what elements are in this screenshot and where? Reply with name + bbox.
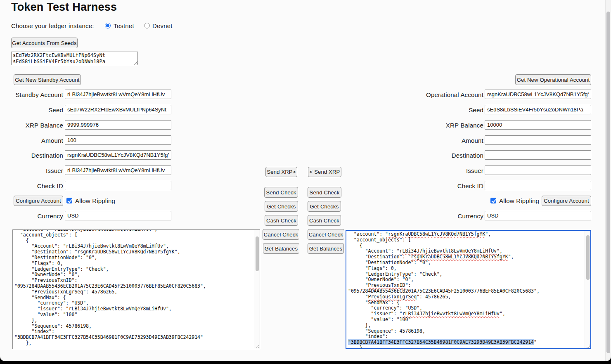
standby-output-scrollbar[interactable]	[254, 230, 260, 349]
operational-get-checks-button[interactable]: Get Checks	[308, 201, 341, 212]
standby-seed-input[interactable]	[65, 105, 171, 114]
configure-standby-account-button[interactable]: Configure Account	[14, 196, 63, 206]
configure-operational-account-button[interactable]: Configure Account	[542, 196, 591, 206]
operational-amount-label: Amount	[407, 135, 483, 145]
standby-account-label: Standby Account	[0, 90, 63, 99]
operational-currency-label: Currency	[407, 211, 483, 220]
standby-allow-rippling-label: Allow Rippling	[75, 197, 115, 204]
standby-destination-input[interactable]	[65, 150, 171, 160]
standby-check-id-label: Check ID	[0, 181, 63, 190]
operational-send-check-button[interactable]: Send Check	[308, 187, 341, 198]
operational-issuer-input[interactable]	[485, 165, 591, 175]
radio-testnet-label[interactable]: Testnet	[114, 22, 134, 29]
operational-check-id-label: Check ID	[407, 181, 483, 190]
standby-amount-label: Amount	[0, 135, 63, 145]
operational-get-balances-button[interactable]: Get Balances	[308, 243, 344, 254]
standby-currency-input[interactable]	[65, 211, 171, 220]
standby-seed-label: Seed	[0, 105, 63, 114]
standby-allow-rippling-checkbox[interactable]	[66, 198, 72, 203]
operational-cancel-check-button[interactable]: Cancel Check	[308, 229, 344, 240]
standby-currency-label: Currency	[0, 211, 63, 220]
operational-check-id-input[interactable]	[485, 181, 591, 190]
operational-seed-label: Seed	[407, 105, 483, 114]
operational-allow-rippling-label: Allow Rippling	[499, 197, 539, 204]
standby-send-check-button[interactable]: Send Check	[264, 187, 298, 198]
operational-currency-input[interactable]	[485, 211, 591, 220]
operational-send-xrp-button[interactable]: < Send XRP	[308, 167, 341, 177]
operational-output-scrollbar[interactable]	[585, 231, 590, 348]
standby-xrp-balance-input[interactable]	[65, 120, 171, 130]
operational-results-output[interactable]: "account": "rsgnKraUDBC58wL1YcJV8KQd7NB1…	[346, 230, 591, 349]
operational-account-input[interactable]	[485, 90, 591, 99]
operational-amount-input[interactable]	[485, 135, 591, 145]
operational-allow-rippling-checkbox[interactable]	[490, 198, 496, 203]
page: Token Test Harness Choose your ledger in…	[0, 0, 611, 361]
ledger-instance-label: Choose your ledger instance:	[11, 22, 94, 29]
scrollbar-thumb[interactable]	[586, 235, 590, 280]
standby-get-checks-button[interactable]: Get Checks	[265, 201, 298, 212]
standby-issuer-input[interactable]	[65, 165, 171, 175]
operational-results-text: "account": "rsgnKraUDBC58wL1YcJV8KQd7NB1…	[348, 232, 583, 348]
operational-issuer-label: Issuer	[407, 165, 483, 175]
standby-destination-label: Destination	[0, 150, 63, 160]
standby-results-output[interactable]: "account": "rLBi34J7hjieBwvtkt8LwVmQeY8m…	[12, 229, 260, 349]
scrollbar-thumb[interactable]	[606, 12, 610, 353]
browser-scrollbar[interactable]	[605, 0, 611, 361]
standby-xrp-balance-label: XRP Balance	[0, 120, 63, 130]
standby-check-id-input[interactable]	[65, 181, 171, 190]
standby-amount-input[interactable]	[65, 135, 171, 145]
standby-results-text: "account": "rLBi34J7hjieBwvtkt8LwVmQeY8m…	[14, 229, 253, 349]
operational-xrp-balance-label: XRP Balance	[407, 120, 483, 130]
get-new-operational-account-button[interactable]: Get New Operational Account	[515, 74, 591, 85]
operational-seed-input[interactable]	[485, 105, 591, 114]
standby-send-xrp-button[interactable]: Send XRP>	[265, 167, 297, 177]
seeds-textarea-wrapper: sEd7Wz2RX2FtcEwXBvMULfPNp64SyNt sEdS8iLb…	[11, 52, 138, 65]
standby-get-balances-button[interactable]: Get Balances	[263, 243, 299, 254]
operational-xrp-balance-input[interactable]	[485, 120, 591, 130]
operational-account-label: Operational Account	[407, 90, 483, 99]
operational-destination-input[interactable]	[485, 150, 591, 160]
radio-testnet[interactable]	[105, 23, 111, 28]
page-title: Token Test Harness	[11, 1, 117, 14]
operational-destination-label: Destination	[407, 150, 483, 160]
standby-cash-check-button[interactable]: Cash Check	[265, 215, 298, 226]
standby-issuer-label: Issuer	[0, 165, 63, 175]
radio-devnet-label[interactable]: Devnet	[152, 22, 173, 29]
operational-cash-check-button[interactable]: Cash Check	[308, 215, 341, 226]
standby-account-input[interactable]	[65, 90, 171, 99]
scrollbar-thumb[interactable]	[256, 236, 259, 271]
get-accounts-from-seeds-button[interactable]: Get Accounts From Seeds	[11, 38, 78, 48]
standby-cancel-check-button[interactable]: Cancel Check	[263, 229, 299, 240]
get-new-standby-account-button[interactable]: Get New Standby Account	[14, 74, 81, 85]
radio-devnet[interactable]	[144, 23, 150, 28]
seeds-textarea[interactable]: sEd7Wz2RX2FtcEwXBvMULfPNp64SyNt sEdS8iLb…	[11, 52, 138, 65]
